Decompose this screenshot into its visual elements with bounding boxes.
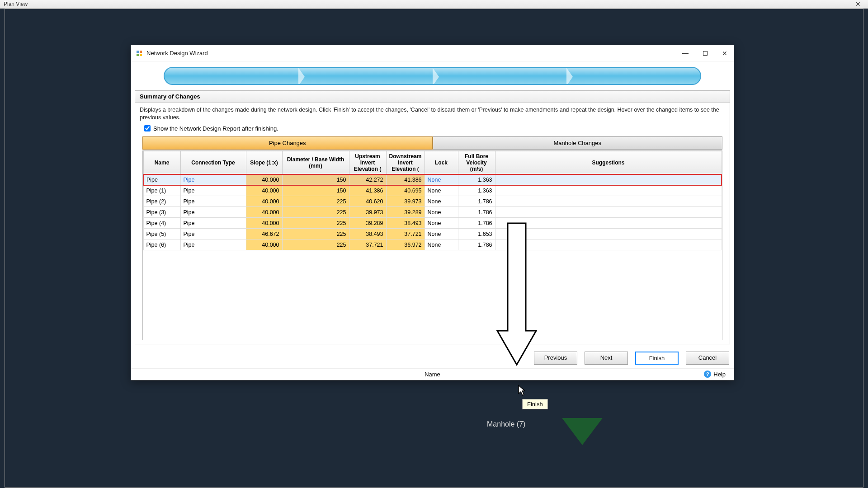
table-cell[interactable]: Pipe bbox=[180, 218, 246, 229]
help-link[interactable]: ? Help bbox=[704, 371, 726, 378]
help-label: Help bbox=[713, 371, 726, 378]
table-row[interactable]: Pipe (3)Pipe40.00022539.97339.289None1.7… bbox=[143, 207, 722, 218]
previous-button[interactable]: Previous bbox=[534, 352, 577, 365]
th-slope[interactable]: Slope (1:x) bbox=[246, 151, 282, 174]
table-cell[interactable]: 225 bbox=[282, 218, 349, 229]
finish-tooltip: Finish bbox=[522, 399, 548, 409]
table-cell[interactable] bbox=[495, 174, 722, 185]
table-cell[interactable]: 150 bbox=[282, 185, 349, 196]
table-cell[interactable]: 41.386 bbox=[349, 185, 386, 196]
th-connection-type[interactable]: Connection Type bbox=[180, 151, 246, 174]
minimize-button[interactable] bbox=[680, 48, 690, 59]
table-cell[interactable]: 225 bbox=[282, 239, 349, 250]
finish-button[interactable]: Finish bbox=[635, 352, 679, 365]
table-cell[interactable]: 40.695 bbox=[386, 185, 425, 196]
table-cell[interactable]: 39.289 bbox=[349, 218, 386, 229]
table-cell[interactable]: 40.000 bbox=[246, 207, 282, 218]
description-text: Displays a breakdown of the changes made… bbox=[135, 103, 730, 123]
summary-panel: Summary of Changes Displays a breakdown … bbox=[135, 90, 730, 344]
dialog-footer: Name ? Help bbox=[131, 368, 734, 380]
table-cell[interactable]: None bbox=[425, 218, 458, 229]
changes-table-wrap[interactable]: Name Connection Type Slope (1:x) Diamete… bbox=[142, 150, 722, 340]
table-cell[interactable]: 1.786 bbox=[458, 207, 495, 218]
table-row[interactable]: Pipe (1)Pipe40.00015041.38640.695None1.3… bbox=[143, 185, 722, 196]
table-cell[interactable]: 1.653 bbox=[458, 229, 495, 239]
th-name[interactable]: Name bbox=[143, 151, 180, 174]
table-cell[interactable]: 1.786 bbox=[458, 218, 495, 229]
th-suggestions[interactable]: Suggestions bbox=[495, 151, 722, 174]
table-cell[interactable]: Pipe bbox=[180, 185, 246, 196]
table-row[interactable]: Pipe (2)Pipe40.00022540.62039.973None1.7… bbox=[143, 196, 722, 207]
tab-pipe-changes[interactable]: Pipe Changes bbox=[142, 136, 433, 150]
table-row[interactable]: Pipe (4)Pipe40.00022539.28938.493None1.7… bbox=[143, 218, 722, 229]
table-cell[interactable]: None bbox=[425, 207, 458, 218]
plan-view-close-icon[interactable]: ✕ bbox=[852, 0, 864, 8]
manhole-shape bbox=[562, 418, 603, 445]
table-row[interactable]: PipePipe40.00015042.27241.386None1.363 bbox=[143, 174, 722, 185]
table-cell[interactable]: 46.672 bbox=[246, 229, 282, 239]
table-cell[interactable]: 42.272 bbox=[349, 174, 386, 185]
table-cell[interactable]: None bbox=[425, 229, 458, 239]
table-cell[interactable]: Pipe bbox=[180, 174, 246, 185]
table-cell[interactable]: 40.000 bbox=[246, 239, 282, 250]
table-cell[interactable]: Pipe (5) bbox=[143, 229, 180, 239]
table-cell[interactable]: Pipe bbox=[180, 207, 246, 218]
svg-rect-0 bbox=[137, 51, 139, 53]
table-cell[interactable]: 40.000 bbox=[246, 185, 282, 196]
table-cell[interactable]: 1.363 bbox=[458, 174, 495, 185]
table-cell[interactable]: 225 bbox=[282, 229, 349, 239]
table-cell[interactable]: 39.973 bbox=[349, 207, 386, 218]
table-cell[interactable]: None bbox=[425, 239, 458, 250]
table-cell[interactable]: 37.721 bbox=[349, 239, 386, 250]
table-cell[interactable]: 150 bbox=[282, 174, 349, 185]
plan-view-title: Plan View bbox=[4, 1, 28, 7]
table-cell[interactable]: 38.493 bbox=[386, 218, 425, 229]
th-lock[interactable]: Lock bbox=[425, 151, 458, 174]
table-cell[interactable]: Pipe bbox=[143, 174, 180, 185]
table-cell[interactable]: 40.000 bbox=[246, 218, 282, 229]
table-cell[interactable]: Pipe (2) bbox=[143, 196, 180, 207]
dialog-title: Network Design Wizard bbox=[146, 50, 208, 56]
th-upstream[interactable]: Upstream Invert Elevation ( bbox=[349, 151, 386, 174]
table-cell[interactable] bbox=[495, 196, 722, 207]
table-cell[interactable]: Pipe (6) bbox=[143, 239, 180, 250]
table-cell[interactable] bbox=[495, 207, 722, 218]
help-icon: ? bbox=[704, 371, 711, 378]
table-cell[interactable]: 37.721 bbox=[386, 229, 425, 239]
table-row[interactable]: Pipe (6)Pipe40.00022537.72136.972None1.7… bbox=[143, 239, 722, 250]
th-velocity[interactable]: Full Bore Velocity (m/s) bbox=[458, 151, 495, 174]
next-button[interactable]: Next bbox=[585, 352, 628, 365]
tab-manhole-changes[interactable]: Manhole Changes bbox=[433, 136, 723, 150]
table-cell[interactable]: None bbox=[425, 185, 458, 196]
maximize-button[interactable] bbox=[701, 48, 709, 59]
table-cell[interactable]: 1.363 bbox=[458, 185, 495, 196]
table-cell[interactable]: 38.493 bbox=[349, 229, 386, 239]
th-diameter[interactable]: Diameter / Base Width (mm) bbox=[282, 151, 349, 174]
table-cell[interactable]: None bbox=[425, 174, 458, 185]
show-report-checkbox[interactable] bbox=[144, 125, 151, 131]
table-cell[interactable]: Pipe (4) bbox=[143, 218, 180, 229]
th-downstream[interactable]: Downstream Invert Elevation ( bbox=[386, 151, 425, 174]
table-cell[interactable] bbox=[495, 185, 722, 196]
table-cell[interactable]: Pipe (3) bbox=[143, 207, 180, 218]
table-cell[interactable]: Pipe bbox=[180, 239, 246, 250]
table-cell[interactable]: Pipe (1) bbox=[143, 185, 180, 196]
table-cell[interactable]: 39.973 bbox=[386, 196, 425, 207]
table-cell[interactable]: 40.000 bbox=[246, 196, 282, 207]
table-cell[interactable]: 1.786 bbox=[458, 196, 495, 207]
table-cell[interactable]: 40.000 bbox=[246, 174, 282, 185]
cancel-button[interactable]: Cancel bbox=[686, 352, 729, 365]
table-cell[interactable]: 36.972 bbox=[386, 239, 425, 250]
table-cell[interactable]: 41.386 bbox=[386, 174, 425, 185]
table-cell[interactable]: 39.289 bbox=[386, 207, 425, 218]
table-cell[interactable]: 40.620 bbox=[349, 196, 386, 207]
table-cell[interactable]: None bbox=[425, 196, 458, 207]
table-cell[interactable]: Pipe bbox=[180, 196, 246, 207]
table-cell[interactable]: 1.786 bbox=[458, 239, 495, 250]
table-row[interactable]: Pipe (5)Pipe46.67222538.49337.721None1.6… bbox=[143, 229, 722, 239]
dialog-titlebar[interactable]: Network Design Wizard ✕ bbox=[131, 45, 734, 61]
close-button[interactable]: ✕ bbox=[720, 48, 729, 59]
table-cell[interactable]: 225 bbox=[282, 207, 349, 218]
table-cell[interactable]: 225 bbox=[282, 196, 349, 207]
table-cell[interactable]: Pipe bbox=[180, 229, 246, 239]
